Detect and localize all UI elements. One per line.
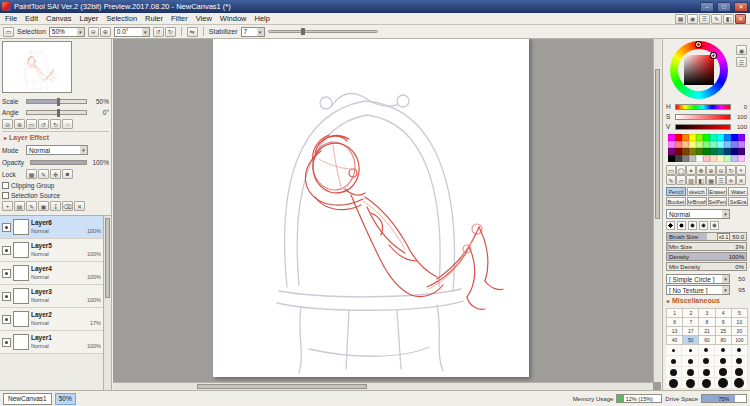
brush-size-preset[interactable]: 4 bbox=[716, 309, 732, 318]
new-layer-icon[interactable]: + bbox=[2, 201, 13, 211]
zoom-in-icon[interactable]: ⊕ bbox=[706, 165, 716, 175]
brush-size-preset[interactable]: 13 bbox=[667, 327, 683, 336]
selection-mode-icon[interactable]: ▭ bbox=[3, 27, 14, 37]
clear-icon[interactable]: ✕ bbox=[736, 175, 746, 185]
brush-size-preset-dot[interactable] bbox=[666, 378, 682, 389]
color-swatch[interactable] bbox=[724, 134, 731, 141]
color-swatch[interactable] bbox=[675, 155, 682, 162]
brush-size-slider[interactable]: Brush Size x0.1 50.0 bbox=[666, 232, 747, 241]
brush-size-preset-dot[interactable] bbox=[699, 378, 715, 389]
menu-item-window[interactable]: Window bbox=[216, 13, 251, 24]
brush-size-preset-dot[interactable] bbox=[715, 378, 731, 389]
color-swatch[interactable] bbox=[724, 148, 731, 155]
tool-sketch[interactable]: sketch bbox=[687, 187, 707, 196]
zoom-out-icon[interactable]: ⊖ bbox=[716, 165, 726, 175]
brush-size-preset-dot[interactable] bbox=[699, 367, 715, 378]
min-density-slider[interactable]: Min Density 0% bbox=[666, 262, 747, 271]
color-swatch[interactable] bbox=[731, 134, 738, 141]
menu-item-help[interactable]: Help bbox=[251, 13, 274, 24]
rotate-ccw-icon[interactable]: ↺ bbox=[38, 119, 49, 129]
color-swatch[interactable] bbox=[675, 141, 682, 148]
rotate-ccw-icon[interactable]: ↺ bbox=[153, 27, 164, 37]
lock-transparency-icon[interactable]: ▦ bbox=[26, 169, 37, 179]
lasso-icon[interactable]: ◯ bbox=[676, 165, 686, 175]
canvas-page[interactable] bbox=[213, 39, 529, 377]
color-swatch[interactable] bbox=[696, 155, 703, 162]
stabilizer-slider[interactable] bbox=[268, 30, 378, 33]
brush-size-preset[interactable]: 40 bbox=[667, 336, 683, 345]
tool-airbrush[interactable]: AirBrush bbox=[687, 197, 707, 206]
color-swatch[interactable] bbox=[717, 134, 724, 141]
color-swatch[interactable] bbox=[682, 134, 689, 141]
brush-size-preset-dot[interactable] bbox=[682, 378, 698, 389]
rotate-icon[interactable]: ↻ bbox=[726, 165, 736, 175]
layer-row-layer1[interactable]: Layer1Normal100% bbox=[0, 331, 103, 354]
color-swatch[interactable] bbox=[717, 148, 724, 155]
tool-water[interactable]: Water bbox=[728, 187, 748, 196]
color-swatch[interactable] bbox=[682, 155, 689, 162]
delete-layer-icon[interactable]: ✕ bbox=[74, 201, 85, 211]
tool-selpen[interactable]: SelPen bbox=[708, 197, 728, 206]
grid-icon[interactable]: ▦ bbox=[706, 175, 716, 185]
clipping-group-checkbox[interactable] bbox=[2, 182, 9, 189]
brush-shape-select[interactable]: [ Simple Circle ]▾ bbox=[666, 274, 730, 284]
color-swatch[interactable] bbox=[696, 148, 703, 155]
new-lineart-layer-icon[interactable]: ✎ bbox=[26, 201, 37, 211]
size-multiplier-button[interactable]: x0.1 bbox=[717, 233, 730, 241]
layer-row-layer3[interactable]: Layer3Normal100% bbox=[0, 285, 103, 308]
selection-source-checkbox[interactable] bbox=[2, 192, 9, 199]
brush-texture-select[interactable]: [ No Texture ]▾ bbox=[666, 285, 730, 295]
zoom-out-icon[interactable]: ⊖ bbox=[2, 119, 13, 129]
color-swatch[interactable] bbox=[710, 148, 717, 155]
brush-size-preset-dot[interactable] bbox=[715, 367, 731, 378]
lines-icon[interactable]: ☰ bbox=[716, 175, 726, 185]
brush-size-preset-dot[interactable] bbox=[666, 367, 682, 378]
brush-size-preset-dot[interactable] bbox=[732, 345, 748, 356]
brush-size-preset[interactable]: 8 bbox=[699, 318, 715, 327]
brush-size-preset[interactable]: 50 bbox=[683, 336, 699, 345]
color-swatch[interactable] bbox=[731, 141, 738, 148]
brush-size-preset-dot[interactable] bbox=[682, 356, 698, 367]
clear-layer-icon[interactable]: ⌫ bbox=[62, 201, 73, 211]
brush-tip-icon[interactable] bbox=[677, 221, 686, 230]
color-swatch[interactable] bbox=[675, 148, 682, 155]
color-wheel[interactable] bbox=[670, 41, 728, 99]
layer-visibility-toggle[interactable] bbox=[2, 246, 11, 255]
layer-mode-select[interactable]: Normal▾ bbox=[26, 145, 88, 155]
brush-size-preset[interactable]: 7 bbox=[683, 318, 699, 327]
merge-down-icon[interactable]: ↧ bbox=[50, 201, 61, 211]
eyedropper-icon[interactable]: ⌖ bbox=[736, 165, 746, 175]
lock-pixels-icon[interactable]: ✎ bbox=[38, 169, 49, 179]
color-swatch[interactable] bbox=[668, 155, 675, 162]
shape-icon[interactable]: ▱ bbox=[676, 175, 686, 185]
color-swatch[interactable] bbox=[682, 148, 689, 155]
color-swatch[interactable] bbox=[717, 155, 724, 162]
layer-row-layer2[interactable]: Layer2Normal17% bbox=[0, 308, 103, 331]
saturation-value-square[interactable] bbox=[684, 55, 714, 85]
layer-effect-section[interactable]: ▸Layer Effect bbox=[4, 134, 49, 141]
brush-size-preset[interactable]: 80 bbox=[716, 336, 732, 345]
brush-size-preset-dot[interactable] bbox=[699, 356, 715, 367]
brush-size-preset-dot[interactable] bbox=[666, 345, 682, 356]
lock-position-icon[interactable]: ✥ bbox=[50, 169, 61, 179]
cross-icon[interactable]: ✛ bbox=[726, 175, 736, 185]
lock-all-icon[interactable]: ■ bbox=[62, 169, 73, 179]
menu-item-filter[interactable]: Filter bbox=[167, 13, 192, 24]
canvas-tab[interactable]: NewCanvas1 bbox=[3, 393, 52, 405]
brush-tip-hard-icon[interactable] bbox=[666, 221, 675, 230]
color-swatch[interactable] bbox=[703, 148, 710, 155]
tool-selera[interactable]: SelEra bbox=[728, 197, 748, 206]
status-zoom[interactable]: 50% bbox=[55, 393, 76, 405]
color-swatch[interactable] bbox=[724, 155, 731, 162]
opacity-slider[interactable] bbox=[30, 160, 87, 165]
color-swatch[interactable] bbox=[738, 141, 745, 148]
zoom-fit-icon[interactable]: ▭ bbox=[26, 119, 37, 129]
color-swatch[interactable] bbox=[689, 141, 696, 148]
color-swatch[interactable] bbox=[668, 141, 675, 148]
brush-size-preset[interactable]: 25 bbox=[716, 327, 732, 336]
color-swatch[interactable] bbox=[689, 134, 696, 141]
menu-item-edit[interactable]: Edit bbox=[21, 13, 42, 24]
color-swatch[interactable] bbox=[710, 155, 717, 162]
rotate-cw-icon[interactable]: ↻ bbox=[50, 119, 61, 129]
color-swatch[interactable] bbox=[710, 134, 717, 141]
